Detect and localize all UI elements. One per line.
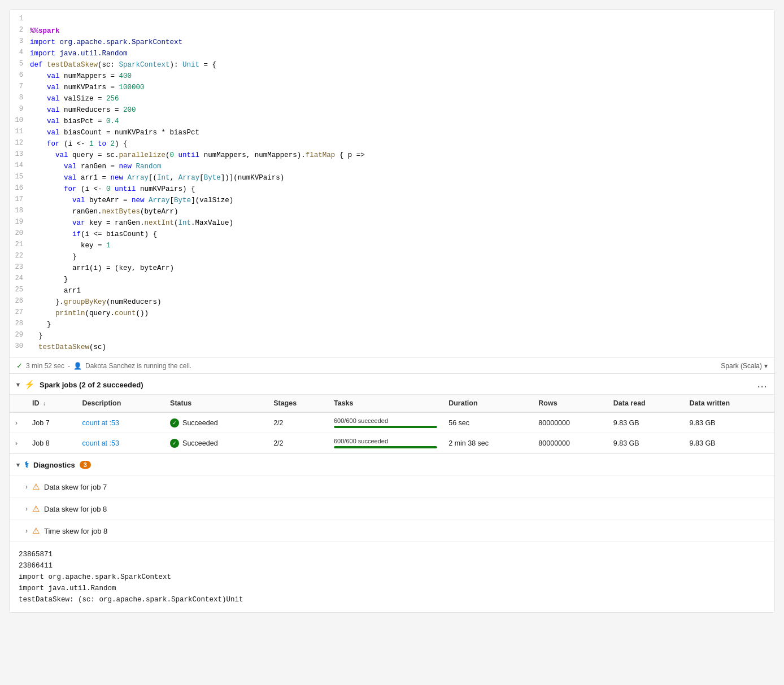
- progress-bar-bg: [334, 426, 437, 428]
- col-rows: Rows: [533, 395, 607, 412]
- code-line-16: 16 for (i <- 0 until numKVPairs) {: [10, 184, 774, 195]
- success-icon: ✓: [16, 361, 23, 370]
- spark-jobs-icon: ⚡: [24, 379, 35, 390]
- job-id-cell: Job 8: [27, 433, 77, 453]
- progress-label: 600/600 succeeded: [334, 438, 437, 444]
- code-line-14: 14 val ranGen = new Random: [10, 161, 774, 172]
- code-line-9: 9 val numReducers = 200: [10, 104, 774, 116]
- diagnostic-label: Time skew for job 8: [44, 527, 107, 535]
- warning-icon: ⚠: [32, 526, 40, 536]
- diagnostics-icon: ⚕: [24, 460, 29, 470]
- progress-bar-bg: [334, 446, 437, 448]
- progress-bar-container: 600/600 succeeded: [334, 417, 437, 428]
- col-duration: Duration: [443, 395, 533, 412]
- job-tasks-cell: 600/600 succeeded: [328, 412, 443, 433]
- job-stages-cell: 2/2: [268, 433, 328, 453]
- collapse-diagnostics-button[interactable]: ▾: [16, 461, 20, 469]
- spark-jobs-title: ▾ ⚡ Spark jobs (2 of 2 succeeded): [16, 379, 143, 390]
- job-stages-cell: 2/2: [268, 412, 328, 433]
- code-line-29: 29 }: [10, 330, 774, 342]
- warning-icon: ⚠: [32, 504, 40, 514]
- expand-cell[interactable]: ›: [10, 412, 27, 433]
- job-data-written-cell: 9.83 GB: [684, 412, 774, 433]
- expand-cell[interactable]: ›: [10, 433, 27, 453]
- status-badge: ✓ Succeeded: [170, 439, 262, 448]
- spark-jobs-title-text: Spark jobs (2 of 2 succeeded): [40, 381, 143, 389]
- code-line-25: 25 arr1: [10, 285, 774, 296]
- code-line-6: 6 val numMappers = 400: [10, 71, 774, 82]
- output-section: 23865871 23866411 import org.apache.spar…: [10, 542, 774, 612]
- code-line-1: 1: [10, 14, 774, 25]
- diagnostics-title: Diagnostics: [33, 461, 75, 469]
- code-line-17: 17 val byteArr = new Array[Byte](valSize…: [10, 195, 774, 206]
- spark-selector-label: Spark (Scala): [721, 362, 762, 370]
- code-line-30: 30 testDataSkew(sc): [10, 342, 774, 353]
- diagnostics-count-badge: 3: [80, 461, 91, 469]
- job-description-cell[interactable]: count at :53: [77, 433, 164, 453]
- code-line-8: 8 val valSize = 256: [10, 93, 774, 104]
- diagnostic-label: Data skew for job 7: [44, 483, 107, 491]
- expand-job-button[interactable]: ›: [15, 439, 18, 447]
- code-line-15: 15 val arr1 = new Array[(Int, Array[Byte…: [10, 172, 774, 184]
- spark-jobs-header: ▾ ⚡ Spark jobs (2 of 2 succeeded) ...: [10, 374, 774, 395]
- code-line-4: 4 import java.util.Random: [10, 48, 774, 59]
- code-line-12: 12 for (i <- 1 to 2) {: [10, 138, 774, 150]
- job-description-link[interactable]: count at :53: [82, 419, 119, 427]
- code-line-3: 3 import org.apache.spark.SparkContext: [10, 37, 774, 48]
- job-description-link[interactable]: count at :53: [82, 439, 119, 447]
- diagnostic-label: Data skew for job 8: [44, 505, 107, 513]
- job-data-written-cell: 9.83 GB: [684, 433, 774, 453]
- status-badge: ✓ Succeeded: [170, 418, 262, 427]
- code-line-11: 11 val biasCount = numKVPairs * biasPct: [10, 127, 774, 138]
- code-line-21: 21 key = 1: [10, 240, 774, 251]
- code-line-23: 23 arr1(i) = (key, byteArr): [10, 263, 774, 274]
- cell-footer-left: ✓ 3 min 52 sec - 👤 Dakota Sanchez is run…: [16, 361, 191, 370]
- more-options-button[interactable]: ...: [757, 380, 768, 389]
- status-dot: ✓: [170, 418, 179, 427]
- diagnostic-item[interactable]: › ⚠ Data skew for job 7: [10, 475, 774, 498]
- status-text: Succeeded: [182, 419, 218, 427]
- job-tasks-cell: 600/600 succeeded: [328, 433, 443, 453]
- code-line-2: 2 %%spark: [10, 25, 774, 37]
- progress-label: 600/600 succeeded: [334, 417, 437, 424]
- expand-diagnostic-button[interactable]: ›: [25, 527, 28, 535]
- diagnostics-header[interactable]: ▾ ⚕ Diagnostics 3: [10, 454, 774, 475]
- col-tasks: Tasks: [328, 395, 443, 412]
- code-line-20: 20 if(i <= biasCount) {: [10, 229, 774, 240]
- job-duration-cell: 56 sec: [443, 412, 533, 433]
- code-line-5: 5 def testDataSkew(sc: SparkContext): Un…: [10, 59, 774, 71]
- job-description-cell[interactable]: count at :53: [77, 412, 164, 433]
- expand-diagnostic-button[interactable]: ›: [25, 483, 28, 491]
- job-id-cell: Job 7: [27, 412, 77, 433]
- job-status-cell: ✓ Succeeded: [164, 412, 268, 433]
- chevron-down-icon: ▾: [764, 362, 768, 370]
- diagnostic-item[interactable]: › ⚠ Time skew for job 8: [10, 520, 774, 542]
- code-line-13: 13 val query = sc.parallelize(0 until nu…: [10, 150, 774, 161]
- code-line-7: 7 val numKVPairs = 100000: [10, 82, 774, 93]
- col-stages: Stages: [268, 395, 328, 412]
- code-line-10: 10 val biasPct = 0.4: [10, 116, 774, 127]
- col-description: Description: [77, 395, 164, 412]
- job-rows-cell: 80000000: [533, 433, 607, 453]
- col-id[interactable]: ID ↓: [27, 395, 77, 412]
- col-data-read: Data read: [608, 395, 684, 412]
- notebook-cell: 1 2 %%spark 3 import org.apache.spark.Sp…: [9, 9, 775, 613]
- code-area: 1 2 %%spark 3 import org.apache.spark.Sp…: [10, 10, 774, 358]
- diagnostics-list: › ⚠ Data skew for job 7 › ⚠ Data skew fo…: [10, 475, 774, 542]
- code-line-27: 27 println(query.count()): [10, 308, 774, 319]
- sort-id-icon: ↓: [43, 400, 46, 407]
- table-row: › Job 7 count at :53 ✓ Succeeded 2/2 600…: [10, 412, 774, 433]
- collapse-spark-jobs-button[interactable]: ▾: [16, 381, 20, 389]
- cell-timing: 3 min 52 sec: [26, 362, 64, 370]
- table-row: › Job 8 count at :53 ✓ Succeeded 2/2 600…: [10, 433, 774, 453]
- spark-selector[interactable]: Spark (Scala) ▾: [721, 362, 768, 370]
- expand-job-button[interactable]: ›: [15, 419, 18, 427]
- job-status-cell: ✓ Succeeded: [164, 433, 268, 453]
- job-data-read-cell: 9.83 GB: [608, 433, 684, 453]
- diagnostic-item[interactable]: › ⚠ Data skew for job 8: [10, 498, 774, 520]
- expand-diagnostic-button[interactable]: ›: [25, 505, 28, 513]
- code-line-28: 28 }: [10, 319, 774, 330]
- job-data-read-cell: 9.83 GB: [608, 412, 684, 433]
- status-dot: ✓: [170, 439, 179, 448]
- code-line-24: 24 }: [10, 274, 774, 285]
